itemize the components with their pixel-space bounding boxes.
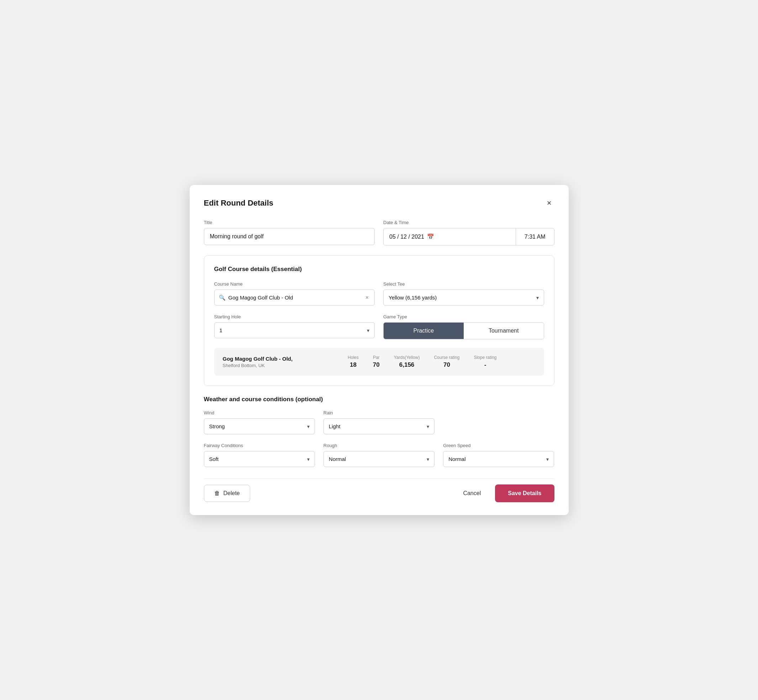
- wind-wrap: NoneLightModerateStrong ▾: [204, 418, 315, 434]
- datetime-row: 05 / 12 / 2021 📅 7:31 AM: [383, 228, 554, 245]
- fairway-rough-green-row: Fairway Conditions SoftNormalHard ▾ Roug…: [204, 443, 554, 467]
- stat-holes: Holes 18: [348, 355, 359, 369]
- time-part[interactable]: 7:31 AM: [516, 228, 554, 245]
- wind-rain-row: Wind NoneLightModerateStrong ▾ Rain None…: [204, 410, 554, 434]
- rough-dropdown[interactable]: SoftNormalHard: [329, 452, 429, 467]
- course-stats: Holes 18 Par 70 Yards(Yellow) 6,156 Cour…: [348, 355, 535, 369]
- title-input[interactable]: [204, 228, 375, 245]
- green-speed-label: Green Speed: [443, 443, 554, 448]
- footer-right: Cancel Save Details: [457, 484, 554, 502]
- select-tee-label: Select Tee: [383, 281, 544, 287]
- yards-value: 6,156: [399, 361, 415, 369]
- course-rating-value: 70: [443, 361, 450, 369]
- tournament-toggle-button[interactable]: Tournament: [464, 323, 544, 339]
- rain-field: Rain NoneLightModerateHeavy ▾: [324, 410, 434, 434]
- fairway-label: Fairway Conditions: [204, 443, 315, 448]
- slope-rating-label: Slope rating: [474, 355, 496, 360]
- course-info-main: Gog Magog Golf Club - Old, Shelford Bott…: [223, 356, 348, 368]
- top-fields: Title Date & Time 05 / 12 / 2021 📅 7:31 …: [204, 220, 554, 245]
- course-name-field: Course Name 🔍 ×: [214, 281, 375, 306]
- fairway-wrap: SoftNormalHard ▾: [204, 451, 315, 467]
- wind-label: Wind: [204, 410, 315, 416]
- starting-hole-game-type-row: Starting Hole 1234 5678 910 ▾ Game Type …: [214, 314, 544, 339]
- calendar-icon: 📅: [427, 233, 434, 240]
- stat-slope-rating: Slope rating -: [474, 355, 496, 369]
- rain-label: Rain: [324, 410, 434, 416]
- select-tee-field: Select Tee Yellow (6,156 yards) White (6…: [383, 281, 544, 306]
- conditions-title: Weather and course conditions (optional): [204, 396, 554, 403]
- fairway-dropdown[interactable]: SoftNormalHard: [209, 452, 310, 467]
- conditions-section: Weather and course conditions (optional)…: [204, 396, 554, 467]
- starting-hole-label: Starting Hole: [214, 314, 375, 319]
- course-clear-button[interactable]: ×: [364, 295, 370, 301]
- green-speed-field: Green Speed SlowNormalFast ▾: [443, 443, 554, 467]
- select-tee-wrap: Yellow (6,156 yards) White (6,500 yards)…: [383, 289, 544, 306]
- course-info-bar: Gog Magog Golf Club - Old, Shelford Bott…: [214, 348, 544, 376]
- rough-label: Rough: [324, 443, 434, 448]
- par-value: 70: [373, 361, 380, 369]
- date-value: 05 / 12 / 2021: [389, 234, 424, 240]
- modal-title: Edit Round Details: [204, 198, 274, 208]
- course-name-input[interactable]: [229, 290, 361, 305]
- game-type-field: Game Type Practice Tournament: [383, 314, 544, 339]
- title-label: Title: [204, 220, 375, 225]
- green-speed-wrap: SlowNormalFast ▾: [443, 451, 554, 467]
- course-info-name: Gog Magog Golf Club - Old,: [223, 356, 348, 362]
- date-part[interactable]: 05 / 12 / 2021 📅: [384, 228, 516, 245]
- rough-field: Rough SoftNormalHard ▾: [324, 443, 434, 467]
- close-button[interactable]: ×: [544, 198, 554, 208]
- time-value: 7:31 AM: [525, 234, 545, 240]
- rough-wrap: SoftNormalHard ▾: [324, 451, 434, 467]
- practice-toggle-button[interactable]: Practice: [384, 323, 464, 339]
- stat-par: Par 70: [373, 355, 380, 369]
- footer-row: 🗑 Delete Cancel Save Details: [204, 478, 554, 502]
- datetime-field-group: Date & Time 05 / 12 / 2021 📅 7:31 AM: [383, 220, 554, 245]
- holes-value: 18: [350, 361, 357, 369]
- game-type-toggle: Practice Tournament: [383, 322, 544, 339]
- title-field-group: Title: [204, 220, 375, 245]
- starting-hole-dropdown[interactable]: 1234 5678 910: [219, 323, 370, 338]
- par-label: Par: [373, 355, 380, 360]
- game-type-label: Game Type: [383, 314, 544, 319]
- course-rating-label: Course rating: [434, 355, 459, 360]
- golf-course-section: Golf Course details (Essential) Course N…: [204, 255, 554, 386]
- stat-yards: Yards(Yellow) 6,156: [394, 355, 420, 369]
- slope-rating-value: -: [484, 361, 487, 369]
- starting-hole-field: Starting Hole 1234 5678 910 ▾: [214, 314, 375, 339]
- trash-icon: 🗑: [214, 490, 220, 497]
- course-info-location: Shelford Bottom, UK: [223, 363, 348, 368]
- delete-label: Delete: [224, 490, 240, 497]
- course-section-title: Golf Course details (Essential): [214, 266, 544, 273]
- search-icon: 🔍: [219, 295, 226, 301]
- course-name-label: Course Name: [214, 281, 375, 287]
- rain-wrap: NoneLightModerateHeavy ▾: [324, 418, 434, 434]
- save-details-button[interactable]: Save Details: [495, 484, 554, 502]
- cancel-button[interactable]: Cancel: [457, 485, 487, 502]
- datetime-label: Date & Time: [383, 220, 554, 225]
- modal-header: Edit Round Details ×: [204, 198, 554, 208]
- yards-label: Yards(Yellow): [394, 355, 420, 360]
- select-tee-dropdown[interactable]: Yellow (6,156 yards) White (6,500 yards)…: [388, 290, 539, 305]
- wind-field: Wind NoneLightModerateStrong ▾: [204, 410, 315, 434]
- course-name-search-wrap: 🔍 ×: [214, 289, 375, 306]
- wind-dropdown[interactable]: NoneLightModerateStrong: [209, 419, 310, 434]
- green-speed-dropdown[interactable]: SlowNormalFast: [448, 452, 549, 467]
- starting-hole-wrap: 1234 5678 910 ▾: [214, 322, 375, 338]
- fairway-field: Fairway Conditions SoftNormalHard ▾: [204, 443, 315, 467]
- holes-label: Holes: [348, 355, 359, 360]
- course-name-tee-row: Course Name 🔍 × Select Tee Yellow (6,156…: [214, 281, 544, 306]
- stat-course-rating: Course rating 70: [434, 355, 459, 369]
- delete-button[interactable]: 🗑 Delete: [204, 485, 250, 502]
- rain-dropdown[interactable]: NoneLightModerateHeavy: [329, 419, 429, 434]
- edit-round-modal: Edit Round Details × Title Date & Time 0…: [190, 185, 568, 515]
